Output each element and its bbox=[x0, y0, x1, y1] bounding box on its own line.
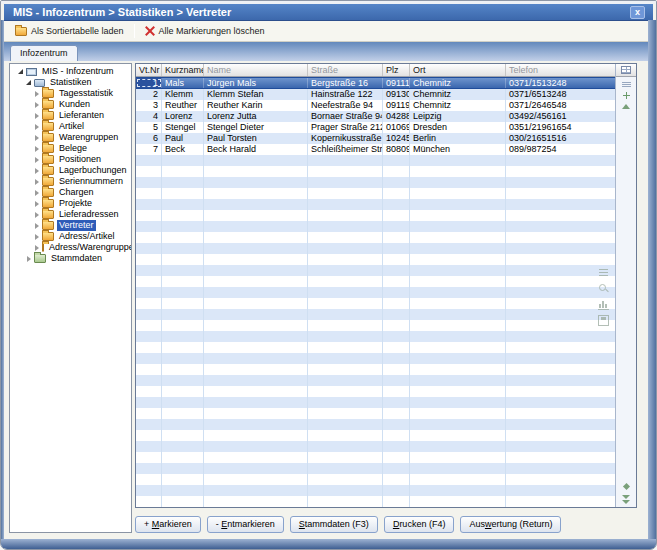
empty-cell bbox=[308, 485, 383, 496]
empty-cell bbox=[308, 364, 383, 375]
expand-arrow-icon[interactable] bbox=[32, 102, 41, 108]
empty-cell bbox=[136, 287, 162, 298]
tree-item-chargen[interactable]: Chargen bbox=[10, 187, 131, 198]
empty-cell bbox=[506, 419, 615, 430]
tree-item-artikel[interactable]: Artikel bbox=[10, 121, 131, 132]
table-row[interactable]: 5StengelStengel DieterPrager Straße 2120… bbox=[136, 122, 615, 133]
empty-cell bbox=[308, 386, 383, 397]
window-frame-right bbox=[648, 20, 656, 549]
column-header-kurzname[interactable]: Kurzname bbox=[162, 64, 204, 76]
expand-arrow-icon[interactable] bbox=[32, 201, 41, 207]
scroll-top-icon[interactable] bbox=[622, 104, 630, 109]
tree-item-tagesstatistik[interactable]: Tagesstatistik bbox=[10, 88, 131, 99]
expand-arrow-icon[interactable] bbox=[32, 179, 41, 185]
expand-arrow-icon[interactable] bbox=[32, 113, 41, 119]
empty-row bbox=[136, 452, 615, 463]
plus-icon[interactable] bbox=[623, 92, 630, 99]
tree-item-seriennummern[interactable]: Seriennummern bbox=[10, 176, 131, 187]
empty-cell bbox=[162, 353, 204, 364]
tree-item-lagerbuchungen[interactable]: Lagerbuchungen bbox=[10, 165, 131, 176]
tree-item-label: Positionen bbox=[57, 154, 103, 165]
tab-infozentrum[interactable]: Infozentrum bbox=[10, 45, 78, 61]
empty-cell bbox=[204, 353, 308, 364]
load-sort-table-button[interactable]: Als Sortiertabelle laden bbox=[10, 24, 129, 38]
cell: Reuther bbox=[162, 100, 204, 111]
empty-cell bbox=[383, 177, 410, 188]
expand-arrow-icon[interactable] bbox=[24, 256, 33, 262]
grid-scroll-strip bbox=[615, 64, 636, 507]
table-row[interactable]: 7BeckBeck HaraldSchleißheimer Straße 378… bbox=[136, 144, 615, 155]
tree-item-lieferanten[interactable]: Lieferanten bbox=[10, 110, 131, 121]
empty-cell bbox=[308, 331, 383, 342]
table-row[interactable]: 6PaulPaul TorstenKopernikusstraße 471024… bbox=[136, 133, 615, 144]
expand-arrow-icon[interactable] bbox=[32, 223, 41, 229]
empty-cell bbox=[308, 276, 383, 287]
column-header-ort[interactable]: Ort bbox=[410, 64, 506, 76]
toolbar-separator bbox=[134, 24, 135, 38]
chart-icon[interactable] bbox=[598, 299, 609, 310]
tree-item-adress-artikel[interactable]: Adress/Artikel bbox=[10, 231, 131, 242]
expand-arrow-icon[interactable] bbox=[32, 168, 41, 174]
table-row[interactable]: 1MalsJürgen MalsBergstraße 1609111Chemni… bbox=[136, 77, 615, 89]
stammdaten-button[interactable]: Stammdaten (F3) bbox=[290, 516, 378, 533]
scroll-bottom-icon[interactable] bbox=[622, 495, 630, 499]
auswertung-button[interactable]: Auswertung (Return) bbox=[460, 516, 561, 533]
empty-cell bbox=[410, 353, 506, 364]
tree-item-statistiken[interactable]: Statistiken bbox=[10, 77, 131, 88]
table-row[interactable]: 4LorenzLorenz JuttaBornaer Straße 940428… bbox=[136, 111, 615, 122]
export-icon[interactable] bbox=[598, 315, 609, 326]
tree-item-mis-infozentrum[interactable]: MIS - Infozentrum bbox=[10, 66, 131, 77]
empty-cell bbox=[136, 496, 162, 507]
expand-arrow-icon[interactable] bbox=[32, 124, 41, 130]
diamond-icon[interactable] bbox=[622, 483, 629, 490]
expand-arrow-icon[interactable] bbox=[32, 146, 41, 152]
close-button[interactable]: x bbox=[630, 6, 645, 19]
cell: 0351/21961654 bbox=[506, 122, 615, 133]
tree-item-vertreter[interactable]: Vertreter bbox=[10, 220, 131, 231]
column-chooser-icon[interactable] bbox=[621, 66, 631, 74]
tree-item-warengruppen[interactable]: Warengruppen bbox=[10, 132, 131, 143]
search-icon[interactable] bbox=[598, 283, 609, 294]
entmarkieren-button[interactable]: - Entmarkieren bbox=[207, 516, 284, 533]
expand-arrow-icon[interactable] bbox=[32, 135, 41, 141]
tree-item-adress-warengruppen[interactable]: Adress/Warengruppen bbox=[10, 242, 131, 253]
cell: Hainstraße 122 bbox=[308, 89, 383, 100]
clear-marks-button[interactable]: Alle Markierungen löschen bbox=[140, 24, 270, 38]
column-header-vt-nr[interactable]: Vt.Nr bbox=[136, 64, 162, 76]
grip-icon[interactable] bbox=[622, 82, 631, 83]
empty-cell bbox=[204, 287, 308, 298]
expand-arrow-icon[interactable] bbox=[32, 212, 41, 218]
table-row[interactable]: 3ReutherReuther KarinNeefestraße 9409119… bbox=[136, 100, 615, 111]
column-header-plz[interactable]: Plz bbox=[383, 64, 410, 76]
column-header-telefon[interactable]: Telefon bbox=[506, 64, 615, 76]
expand-arrow-icon[interactable] bbox=[32, 245, 41, 251]
expand-arrow-icon[interactable] bbox=[32, 91, 41, 97]
drucken-button[interactable]: Drucken (F4) bbox=[384, 516, 455, 533]
tree-item-stammdaten[interactable]: Stammdaten bbox=[10, 253, 131, 264]
empty-cell bbox=[383, 496, 410, 507]
menu-icon[interactable] bbox=[598, 267, 609, 278]
tree-item-positionen[interactable]: Positionen bbox=[10, 154, 131, 165]
expand-arrow-icon[interactable] bbox=[32, 234, 41, 240]
tree-item-belege[interactable]: Belege bbox=[10, 143, 131, 154]
expand-arrow-icon[interactable] bbox=[32, 190, 41, 196]
expand-arrow-icon[interactable] bbox=[32, 157, 41, 163]
empty-cell bbox=[162, 441, 204, 452]
empty-row bbox=[136, 320, 615, 331]
cell: 0371/1513248 bbox=[506, 78, 615, 88]
grid-rows: 1MalsJürgen MalsBergstraße 1609111Chemni… bbox=[136, 77, 615, 507]
collapse-arrow-icon[interactable] bbox=[24, 80, 33, 85]
empty-cell bbox=[204, 177, 308, 188]
column-header-stra-e[interactable]: Straße bbox=[308, 64, 383, 76]
markieren-button[interactable]: + Markieren bbox=[135, 516, 201, 533]
tree-item-kunden[interactable]: Kunden bbox=[10, 99, 131, 110]
tree-item-label: Statistiken bbox=[48, 77, 94, 88]
tree-item-projekte[interactable]: Projekte bbox=[10, 198, 131, 209]
table-row[interactable]: 2KlemmKlemm StefanHainstraße 12209130Che… bbox=[136, 89, 615, 100]
tree-item-label: Warengruppen bbox=[57, 132, 120, 143]
collapse-arrow-icon[interactable] bbox=[16, 69, 25, 74]
column-header-name[interactable]: Name bbox=[204, 64, 308, 76]
empty-row bbox=[136, 243, 615, 254]
column-header-label: Plz bbox=[386, 64, 399, 76]
tree-item-lieferadressen[interactable]: Lieferadressen bbox=[10, 209, 131, 220]
